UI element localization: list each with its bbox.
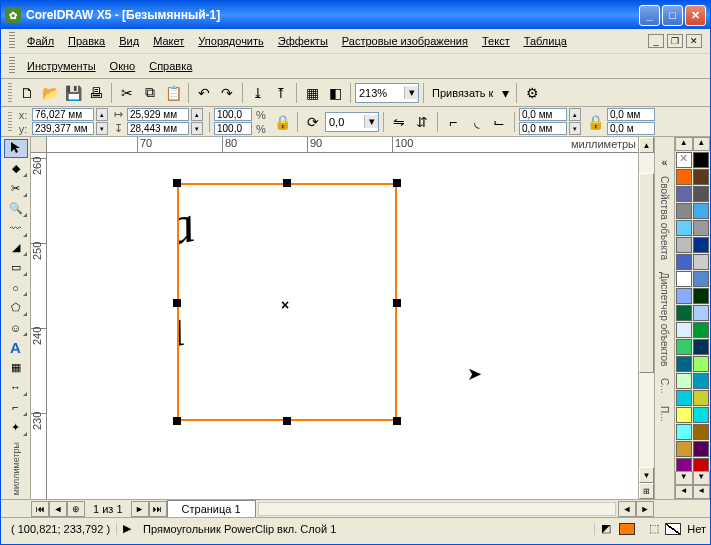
scale-x-input[interactable] bbox=[214, 108, 252, 121]
color-swatch[interactable] bbox=[676, 271, 692, 287]
color-swatch[interactable] bbox=[693, 424, 709, 440]
outline-swatch[interactable] bbox=[665, 523, 681, 535]
scroll-down-button[interactable]: ▼ bbox=[639, 467, 654, 483]
color-swatch[interactable] bbox=[676, 169, 692, 185]
offset-x-input[interactable] bbox=[519, 108, 567, 121]
color-swatch[interactable] bbox=[676, 339, 692, 355]
color-swatch[interactable] bbox=[693, 288, 709, 304]
docker-close-icon[interactable]: « bbox=[662, 157, 668, 168]
corner2-icon[interactable]: ◟ bbox=[465, 111, 487, 133]
page-next[interactable]: ► bbox=[131, 501, 149, 517]
scroll-up-button[interactable]: ▲ bbox=[639, 137, 654, 153]
selection-handle[interactable] bbox=[393, 179, 401, 187]
color-swatch[interactable] bbox=[693, 305, 709, 321]
mdi-minimize[interactable]: _ bbox=[648, 34, 664, 48]
ruler-horizontal[interactable]: 70 80 90 100 миллиметры bbox=[47, 137, 638, 153]
menu-layout[interactable]: Макет bbox=[147, 33, 190, 49]
mirror-h-icon[interactable]: ⇋ bbox=[388, 111, 410, 133]
y-input[interactable] bbox=[32, 122, 94, 135]
rotation-input[interactable]: ▾ bbox=[325, 112, 379, 132]
smart-fill-tool[interactable]: ◢ bbox=[4, 239, 28, 258]
table-tool[interactable]: ▦ bbox=[4, 358, 28, 377]
menu-text[interactable]: Текст bbox=[476, 33, 516, 49]
color-swatch[interactable] bbox=[693, 254, 709, 270]
spinner[interactable]: ▴ bbox=[191, 108, 203, 121]
spinner[interactable]: ▾ bbox=[96, 122, 108, 135]
save-icon[interactable]: 💾 bbox=[62, 82, 84, 104]
color-swatch[interactable] bbox=[676, 458, 692, 471]
menu-edit[interactable]: Правка bbox=[62, 33, 111, 49]
height-input[interactable] bbox=[127, 122, 189, 135]
menu-view[interactable]: Вид bbox=[113, 33, 145, 49]
color-swatch[interactable] bbox=[676, 237, 692, 253]
vertical-scrollbar[interactable]: ▲ ▼ ⊞ bbox=[638, 137, 654, 499]
navigator-button[interactable]: ⊞ bbox=[639, 483, 654, 499]
color-swatch[interactable] bbox=[693, 390, 709, 406]
color-swatch[interactable] bbox=[676, 322, 692, 338]
scroll-thumb[interactable] bbox=[639, 173, 654, 373]
color-swatch[interactable] bbox=[693, 407, 709, 423]
color-swatch[interactable] bbox=[676, 424, 692, 440]
color-swatch[interactable] bbox=[693, 339, 709, 355]
app-launcher-icon[interactable]: ▦ bbox=[301, 82, 323, 104]
docker-properties[interactable]: Свойства объекта bbox=[658, 172, 671, 264]
docker-tab-3[interactable]: С... bbox=[658, 374, 671, 398]
maximize-button[interactable]: □ bbox=[662, 5, 683, 26]
mdi-close[interactable]: ✕ bbox=[686, 34, 702, 48]
color-swatch[interactable] bbox=[676, 186, 692, 202]
docker-tab-4[interactable]: П... bbox=[658, 402, 671, 426]
page-tab[interactable]: Страница 1 bbox=[167, 500, 256, 517]
menu-window[interactable]: Окно bbox=[104, 58, 142, 74]
page-first[interactable]: ⏮ bbox=[31, 501, 49, 517]
width-input[interactable] bbox=[127, 108, 189, 121]
export-icon[interactable]: ⤒ bbox=[270, 82, 292, 104]
color-swatch[interactable] bbox=[676, 373, 692, 389]
selection-handle[interactable] bbox=[393, 417, 401, 425]
color-swatch[interactable] bbox=[693, 322, 709, 338]
color-swatch[interactable] bbox=[693, 373, 709, 389]
selection-handle[interactable] bbox=[173, 417, 181, 425]
selection-handle[interactable] bbox=[173, 179, 181, 187]
palette-down[interactable]: ▼ bbox=[675, 471, 693, 485]
mdi-restore[interactable]: ❐ bbox=[667, 34, 683, 48]
ellipse-tool[interactable]: ○ bbox=[4, 278, 28, 297]
interactive-tool[interactable]: ✦ bbox=[4, 418, 28, 437]
print-icon[interactable]: 🖶 bbox=[85, 82, 107, 104]
palette-flyout[interactable]: ◄ bbox=[675, 485, 693, 499]
page-prev[interactable]: ◄ bbox=[49, 501, 67, 517]
mirror-v-icon[interactable]: ⇵ bbox=[411, 111, 433, 133]
scroll-left[interactable]: ◄ bbox=[618, 501, 636, 517]
scroll-right[interactable]: ► bbox=[636, 501, 654, 517]
ruler-vertical[interactable]: 260 250 240 230 bbox=[31, 153, 47, 499]
zoom-tool[interactable]: 🔍 bbox=[4, 199, 28, 218]
menu-help[interactable]: Справка bbox=[143, 58, 198, 74]
grip[interactable] bbox=[8, 83, 12, 103]
zoom-combo[interactable]: ▾ bbox=[355, 83, 419, 103]
color-swatch[interactable] bbox=[676, 407, 692, 423]
connector-tool[interactable]: ⌐ bbox=[4, 398, 28, 417]
color-swatch[interactable] bbox=[693, 356, 709, 372]
color-swatch[interactable] bbox=[693, 458, 709, 471]
snap-dropdown[interactable]: ▾ bbox=[498, 82, 512, 104]
color-swatch[interactable] bbox=[676, 305, 692, 321]
zoom-input[interactable] bbox=[356, 87, 404, 99]
docker-object-manager[interactable]: Диспетчер объектов bbox=[658, 268, 671, 370]
offset-y2-input[interactable] bbox=[607, 122, 655, 135]
scale-y-input[interactable] bbox=[214, 122, 252, 135]
palette-up[interactable]: ▲ bbox=[675, 137, 693, 151]
color-swatch[interactable] bbox=[693, 169, 709, 185]
polygon-tool[interactable]: ⬠ bbox=[4, 298, 28, 317]
options-icon[interactable]: ⚙ bbox=[521, 82, 543, 104]
cut-icon[interactable]: ✂ bbox=[116, 82, 138, 104]
minimize-button[interactable]: _ bbox=[639, 5, 660, 26]
color-swatch[interactable] bbox=[676, 356, 692, 372]
canvas[interactable]: роверка роверка роверка роверка роверка … bbox=[47, 153, 638, 499]
menu-tools[interactable]: Инструменты bbox=[21, 58, 102, 74]
color-swatch[interactable] bbox=[693, 441, 709, 457]
dimension-tool[interactable]: ↔ bbox=[4, 378, 28, 397]
color-swatch[interactable] bbox=[693, 152, 709, 168]
page-add[interactable]: ⊕ bbox=[67, 501, 85, 517]
selection-center[interactable]: × bbox=[281, 297, 289, 313]
grip[interactable] bbox=[9, 32, 15, 50]
color-swatch[interactable] bbox=[676, 441, 692, 457]
